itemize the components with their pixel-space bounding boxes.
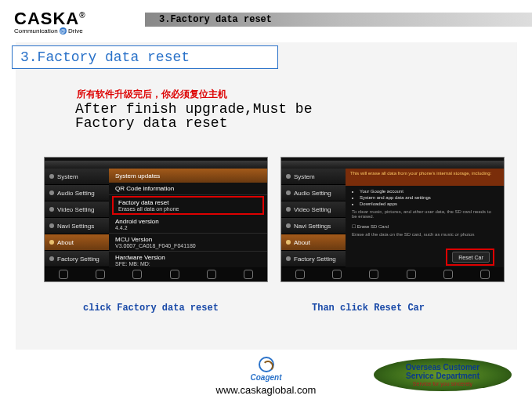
music-icon[interactable] (96, 270, 105, 279)
header-bar: 3.Factory data reset (145, 13, 532, 27)
warning-banner: This will erase all data from your phone… (346, 169, 504, 186)
caption-left: click Factory data reset (83, 303, 219, 314)
sidebar-item-system[interactable]: System (45, 169, 109, 185)
sidebar-item-about[interactable]: About (45, 234, 109, 251)
caption-right: Than click Reset Car (312, 303, 425, 314)
headset-icon[interactable] (407, 270, 416, 279)
sidebar-item-factory[interactable]: Factory Setting (45, 251, 109, 267)
screenshot-right: System Audio Setting Video Setting Navi … (280, 157, 505, 282)
highlight-box (446, 248, 494, 266)
bullet-item: System and app data and settings (360, 195, 498, 200)
status-bar (281, 161, 504, 169)
media-icon[interactable] (244, 270, 253, 279)
row-android-version: Android version 4.4.2 (109, 216, 267, 234)
section-title: 3.Factory data reset (20, 49, 190, 65)
sidebar: System Audio Setting Video Setting Navi … (281, 169, 346, 267)
nav-icon[interactable] (443, 270, 453, 279)
coagent-icon (259, 357, 274, 372)
sidebar-item-navi[interactable]: Navi Settings (281, 218, 346, 234)
slide-body: 3.Factory data reset 所有软件升级完后，你必须复位主机 Af… (16, 42, 517, 350)
note-text: To clear music, pictures, and other user… (352, 209, 498, 219)
header-title: 3.Factory data reset (145, 13, 532, 27)
sidebar-item-video[interactable]: Video Setting (281, 201, 346, 218)
sidebar-item-video[interactable]: Video Setting (45, 201, 109, 218)
music-icon[interactable] (332, 270, 342, 279)
note-text: Erase all the data on the SD card, such … (352, 232, 498, 237)
headset-icon[interactable] (170, 270, 179, 279)
sidebar-item-system[interactable]: System (281, 169, 346, 185)
contacts-icon[interactable] (295, 270, 305, 279)
sidebar-item-about[interactable]: About (281, 234, 346, 251)
erase-sd-checkbox[interactable]: ☐ Erase SD Card (352, 223, 498, 229)
note-english: After finish upgrade,Must be Factory dat… (75, 102, 373, 130)
panel-header: System updates (109, 169, 267, 183)
footer-logo: Coagent (251, 357, 282, 382)
department-badge: Overseas Customer Service Department Ser… (374, 358, 512, 391)
section-title-box: 3.Factory data reset (12, 45, 278, 69)
row-mcu-version: MCU Version V3.0007_CA018_F040_F041180 (109, 234, 267, 252)
media-icon[interactable] (480, 270, 490, 279)
bluetooth-icon[interactable] (369, 270, 378, 279)
nav-icon[interactable] (207, 270, 216, 279)
reset-panel: This will erase all data from your phone… (346, 169, 504, 267)
sidebar-item-factory[interactable]: Factory Setting (281, 251, 346, 267)
footer: Coagent www.caskaglobal.com Overseas Cus… (0, 350, 532, 399)
about-panel: System updates QR Code information Facto… (109, 169, 267, 267)
footer-url: www.caskaglobal.com (216, 384, 317, 396)
bottom-bar (281, 267, 504, 281)
bluetooth-icon[interactable] (132, 270, 142, 279)
brand-logo: CASKA® Communication @ Drive (14, 9, 86, 34)
bullet-item: Your Google account (360, 189, 498, 194)
sidebar-item-audio[interactable]: Audio Setting (45, 185, 109, 201)
bullet-item: Downloaded apps (360, 201, 498, 206)
row-qr[interactable]: QR Code information (109, 183, 267, 195)
status-bar (45, 161, 267, 169)
screenshot-left: System Audio Setting Video Setting Navi … (44, 157, 268, 282)
note-chinese: 所有软件升级完后，你必须复位主机 (77, 88, 227, 101)
sidebar-item-navi[interactable]: Navi Settings (45, 218, 109, 234)
contacts-icon[interactable] (59, 270, 68, 279)
row-factory-reset[interactable]: Factory data reset Erases all data on ph… (112, 196, 264, 215)
sidebar: System Audio Setting Video Setting Navi … (45, 169, 109, 267)
sidebar-item-audio[interactable]: Audio Setting (281, 185, 346, 201)
bottom-bar (45, 267, 267, 281)
